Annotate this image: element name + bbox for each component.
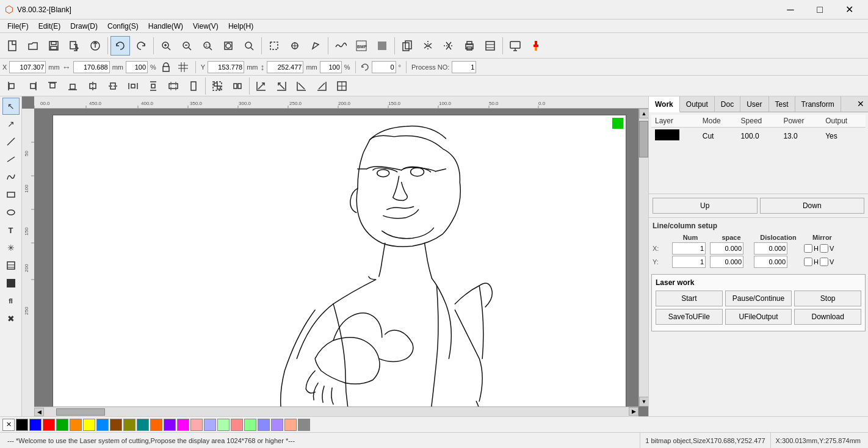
height-input[interactable] — [267, 61, 303, 73]
same-height[interactable] — [184, 76, 203, 96]
lc-y-space[interactable] — [710, 256, 743, 268]
save-button[interactable] — [44, 36, 63, 56]
open-button[interactable] — [23, 36, 43, 56]
text-tool-btn[interactable]: T — [2, 222, 20, 239]
lc-x-disloc[interactable] — [754, 242, 787, 255]
palette-color-0[interactable] — [16, 419, 28, 431]
palette-color-14[interactable] — [204, 419, 216, 431]
lc-x-h-check[interactable] — [804, 244, 812, 253]
redo-button[interactable] — [131, 36, 151, 56]
palette-color-11[interactable] — [164, 419, 176, 431]
download-button[interactable]: Download — [794, 309, 861, 325]
hscroll[interactable]: ◀ ▶ — [34, 406, 638, 416]
select-tool-btn[interactable]: ↖ — [2, 98, 20, 115]
menu-handle[interactable]: Handle(W) — [143, 21, 188, 32]
lc-y-h-check[interactable] — [804, 258, 812, 266]
menu-help[interactable]: Help(H) — [223, 21, 258, 32]
pen-tool-btn[interactable] — [2, 133, 20, 150]
fi-tool-btn[interactable]: fI — [2, 292, 20, 309]
grid-tool-btn[interactable] — [2, 257, 20, 274]
print-button[interactable] — [460, 36, 479, 56]
palette-color-21[interactable] — [298, 419, 310, 431]
width-input[interactable] — [73, 61, 110, 73]
lc-x-num[interactable] — [672, 242, 706, 255]
align-right-edge[interactable] — [23, 76, 42, 96]
palette-color-3[interactable] — [56, 419, 68, 431]
palette-x[interactable]: ✕ — [2, 419, 15, 431]
undo-button[interactable] — [110, 36, 130, 56]
save-to-ufile-button[interactable]: SaveToUFile — [656, 309, 723, 325]
curve-tool-btn[interactable] — [2, 168, 20, 186]
zoom-out-button[interactable] — [177, 36, 197, 56]
tab-work[interactable]: Work — [649, 96, 680, 112]
group-button[interactable] — [208, 76, 227, 96]
palette-color-1[interactable] — [29, 419, 42, 431]
menu-file[interactable]: File(F) — [2, 21, 34, 32]
start-button[interactable]: Start — [656, 291, 723, 306]
flip-dl-button[interactable] — [312, 76, 331, 96]
erase-tool-btn[interactable]: ✖ — [2, 310, 20, 327]
palette-color-9[interactable] — [137, 419, 149, 431]
menu-config[interactable]: Config(S) — [103, 21, 143, 32]
ungroup-button[interactable] — [228, 76, 247, 96]
ufile-output-button[interactable]: UFileOutput — [725, 309, 792, 325]
y-input[interactable] — [208, 61, 244, 73]
config-button[interactable] — [480, 36, 500, 56]
flip-ur-button[interactable] — [272, 76, 291, 96]
align-top-edge[interactable] — [43, 76, 62, 96]
copy-prop-button[interactable] — [397, 36, 417, 56]
palette-color-7[interactable] — [110, 419, 122, 431]
tab-transform[interactable]: Transform — [795, 96, 841, 112]
tab-doc[interactable]: Doc — [715, 96, 740, 112]
palette-color-4[interactable] — [70, 419, 82, 431]
align-center-h[interactable] — [83, 76, 103, 96]
palette-color-10[interactable] — [150, 419, 162, 431]
grid-snap-button[interactable] — [176, 60, 190, 74]
hscroll-left-btn[interactable]: ◀ — [34, 408, 44, 416]
arrange-button[interactable] — [332, 76, 352, 96]
rect-tool-btn[interactable] — [2, 186, 20, 203]
palette-color-18[interactable] — [258, 419, 270, 431]
palette-color-15[interactable] — [217, 419, 230, 431]
fill-tool-btn[interactable] — [2, 275, 20, 292]
palette-color-16[interactable] — [231, 419, 243, 431]
bmp-button[interactable]: BMP — [352, 36, 371, 56]
canvas-container[interactable]: 00.0 450.0 400.0 350.0 300.0 250.0 200.0… — [22, 96, 648, 416]
ellipse-tool-btn[interactable] — [2, 204, 20, 221]
vscroll-thumb[interactable] — [639, 121, 648, 157]
palette-color-8[interactable] — [123, 419, 136, 431]
canvas-inner[interactable] — [34, 109, 638, 406]
flip-dr-button[interactable] — [292, 76, 311, 96]
x-input[interactable] — [9, 61, 46, 73]
table-row[interactable]: Cut 100.0 13.0 Yes — [651, 128, 866, 145]
lock-button[interactable] — [159, 60, 173, 74]
vscroll-down-btn[interactable]: ▼ — [639, 397, 648, 406]
palette-color-13[interactable] — [190, 419, 203, 431]
palette-color-6[interactable] — [96, 419, 109, 431]
minimize-button[interactable]: ─ — [776, 0, 805, 20]
up-button[interactable]: Up — [653, 198, 758, 214]
align-bottom-edge[interactable] — [63, 76, 82, 96]
menu-edit[interactable]: Edit(E) — [34, 21, 66, 32]
rotate-input[interactable] — [372, 61, 396, 73]
new-button[interactable] — [2, 36, 22, 56]
zoom-fit-button[interactable]: 1:1 — [198, 36, 217, 56]
zoom-in-button[interactable] — [156, 36, 176, 56]
star-tool-btn[interactable]: ✳ — [2, 239, 20, 256]
close-button[interactable]: ✕ — [835, 0, 863, 20]
palette-color-5[interactable] — [83, 419, 95, 431]
distribute-h[interactable] — [123, 76, 143, 96]
palette-color-20[interactable] — [284, 419, 297, 431]
import-button[interactable] — [65, 36, 84, 56]
zoom-selection-button[interactable] — [239, 36, 259, 56]
mirror-h-button[interactable] — [418, 36, 438, 56]
palette-color-17[interactable] — [244, 419, 256, 431]
pencil2-button[interactable] — [306, 36, 325, 56]
maximize-button[interactable]: □ — [806, 0, 834, 20]
line-tool-btn[interactable] — [2, 151, 20, 168]
pause-continue-button[interactable]: Pause/Continue — [725, 291, 792, 306]
distribute-v[interactable] — [143, 76, 163, 96]
menu-view[interactable]: View(V) — [188, 21, 223, 32]
zoom-page-button[interactable] — [219, 36, 238, 56]
lc-y-v-check[interactable] — [820, 258, 828, 266]
